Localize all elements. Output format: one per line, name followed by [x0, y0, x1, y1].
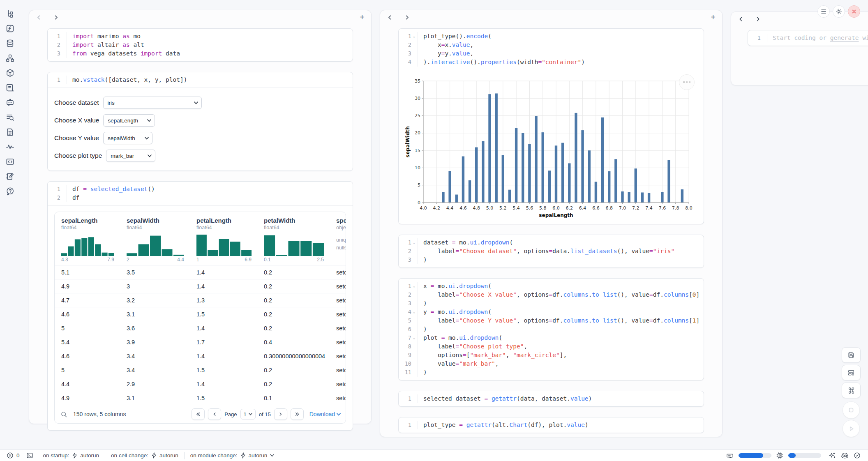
code-editor[interactable]: 1selected_dataset = getattr(data, datase…: [399, 391, 704, 406]
run-button[interactable]: [843, 420, 860, 437]
cell-imports[interactable]: 1import marimo as mo2import altair as al…: [47, 28, 353, 62]
save-button[interactable]: [842, 347, 861, 363]
cell-selected-dataset[interactable]: 1selected_dataset = getattr(data, datase…: [398, 391, 704, 407]
sidebar-item-help[interactable]: [5, 187, 15, 196]
sidebar-item-packages[interactable]: [5, 68, 15, 77]
on-startup-setting[interactable]: on startup: autorun: [37, 452, 105, 459]
fold-chevron-icon[interactable]: ⌄: [411, 282, 417, 290]
fold-chevron-icon[interactable]: ⌄: [411, 308, 417, 316]
fold-chevron-icon[interactable]: ⌄: [411, 334, 417, 342]
on-cell-change-setting[interactable]: on cell change: autorun: [105, 452, 184, 459]
error-indicator[interactable]: 0: [4, 452, 22, 459]
code-editor[interactable]: 1⌄dataset = mo.ui.dropdown(2 label="Choo…: [399, 235, 704, 267]
page-number-select[interactable]: 1: [240, 409, 256, 420]
cell-plot-type[interactable]: 1plot_type = getattr(alt.Chart(df), plot…: [398, 417, 704, 433]
svg-text:30: 30: [415, 96, 420, 101]
dropdown-select-plot-type[interactable]: mark_bar: [106, 150, 155, 162]
cell-xy-plot-dropdowns[interactable]: 1⌄x = mo.ui.dropdown(2 label="Choose X v…: [398, 278, 704, 380]
sidebar-item-notebook[interactable]: [5, 172, 15, 181]
code-editor[interactable]: 1⌄x = mo.ui.dropdown(2 label="Choose X v…: [399, 279, 704, 380]
dropdown-select-dataset[interactable]: iris: [103, 97, 202, 109]
dropdown-value: sepalWidth: [108, 135, 135, 141]
cell-dataframe[interactable]: 1df = selected_dataset()2df sepalLengthf…: [47, 181, 353, 431]
code-text: ): [423, 368, 427, 377]
editor-placeholder[interactable]: Start coding or generate with: [773, 34, 868, 42]
memory-usage-gauge[interactable]: [739, 453, 771, 458]
last-page-button[interactable]: [291, 408, 304, 420]
code-editor[interactable]: 1plot_type = getattr(alt.Chart(df), plot…: [399, 417, 704, 433]
line-number: 1: [48, 76, 60, 84]
histogram-range: 16.9: [196, 257, 252, 263]
cell-chart[interactable]: 1⌄plot_type().encode(2 x=x.value,3 y=y.v…: [398, 28, 704, 224]
on-module-change-setting[interactable]: on module change: autorun: [185, 452, 280, 459]
keyboard-shortcuts-button[interactable]: [842, 383, 861, 398]
column-header-sepalWidth[interactable]: sepalWidthfloat6424.4: [120, 212, 190, 265]
sidebar-item-scratchpad[interactable]: [5, 113, 15, 122]
terminal-button[interactable]: [22, 452, 37, 459]
dropdown-select-y-value[interactable]: sepalWidth: [103, 132, 152, 144]
stop-button[interactable]: [843, 401, 860, 419]
generate-with-ai-link[interactable]: generate: [830, 35, 859, 41]
code-text: df: [72, 194, 79, 202]
column-header-speci[interactable]: speciobjecuniqunulls:: [330, 212, 346, 265]
settings-button[interactable]: [833, 5, 845, 18]
prev-page-button[interactable]: [208, 408, 221, 420]
connection-status-button[interactable]: [854, 452, 861, 459]
next-page-button[interactable]: [274, 408, 287, 420]
cell-empty[interactable]: 1 Start coding or generate with: [748, 30, 868, 46]
first-page-button[interactable]: [192, 408, 205, 420]
column-header-sepalLength[interactable]: sepalLengthfloat644.37.9: [55, 212, 120, 265]
chevron-left-icon[interactable]: [738, 16, 743, 22]
dropdown-select-x-value[interactable]: sepalLength: [103, 114, 155, 127]
column-histogram[interactable]: [61, 234, 114, 256]
code-editor[interactable]: 1mo.vstack([dataset, x, y, plot]): [48, 72, 353, 88]
column-header-petalWidth[interactable]: petalWidthfloat640.12.5: [257, 212, 330, 265]
copilot-button[interactable]: [841, 452, 849, 459]
sidebar-item-chat[interactable]: [5, 98, 15, 107]
fold-chevron-icon[interactable]: ⌄: [411, 238, 417, 247]
chevron-right-icon[interactable]: [755, 16, 761, 22]
code-text: from vega_datasets import data: [72, 49, 180, 58]
sparkles-icon: [829, 452, 836, 459]
table-cell: 1.7: [190, 335, 257, 349]
page-label: Page: [224, 411, 237, 417]
column-histogram[interactable]: [264, 234, 324, 256]
column-histogram[interactable]: [196, 234, 252, 256]
add-cell-icon[interactable]: +: [360, 13, 365, 21]
layout-button[interactable]: [842, 365, 861, 380]
code-editor[interactable]: 1⌄plot_type().encode(2 x=x.value,3 y=y.v…: [399, 29, 704, 70]
cpu-usage-gauge[interactable]: [788, 453, 821, 458]
search-icon[interactable]: [60, 411, 67, 418]
code-editor[interactable]: 1df = selected_dataset()2df: [48, 182, 353, 205]
download-button[interactable]: Download: [309, 411, 341, 417]
fold-chevron-icon[interactable]: ⌄: [411, 32, 417, 41]
chart-actions-button[interactable]: [679, 74, 695, 90]
sidebar-item-logs[interactable]: [5, 83, 15, 92]
table-cell: 0.1: [257, 391, 330, 405]
column-header-petalLength[interactable]: petalLengthfloat6416.9: [190, 212, 257, 265]
notebook-menu-button[interactable]: [817, 5, 830, 18]
chevron-right-icon[interactable]: [404, 14, 410, 20]
sidebar-item-documentation[interactable]: [5, 127, 15, 136]
sidebar-item-snippets[interactable]: [5, 157, 15, 166]
sidebar-item-tracing[interactable]: [5, 142, 15, 151]
sidebar-item-dependency-graph[interactable]: [5, 53, 15, 62]
altair-chart[interactable]: 4.04.24.44.64.85.05.25.45.65.86.06.26.46…: [404, 75, 693, 220]
shutdown-button[interactable]: [848, 5, 860, 18]
ai-assist-button[interactable]: [829, 452, 836, 459]
table-cell: 1.5: [190, 307, 257, 321]
chevron-right-icon[interactable]: [53, 14, 59, 20]
control-row: Choose plot typemark_bar: [54, 150, 346, 162]
svg-text:4.8: 4.8: [473, 205, 480, 211]
sidebar-item-file-explorer[interactable]: [5, 9, 15, 18]
cell-vstack[interactable]: 1mo.vstack([dataset, x, y, plot]) Choose…: [47, 72, 353, 171]
sidebar-item-functions[interactable]: [5, 24, 15, 33]
cell-dataset-dropdown[interactable]: 1⌄dataset = mo.ui.dropdown(2 label="Choo…: [398, 235, 704, 268]
chevron-left-icon[interactable]: [36, 14, 42, 20]
code-editor[interactable]: 1import marimo as mo2import altair as al…: [48, 29, 353, 61]
tracing-icon: [6, 143, 14, 151]
chevron-left-icon[interactable]: [387, 14, 392, 20]
add-cell-icon[interactable]: +: [711, 13, 716, 21]
column-histogram[interactable]: [127, 234, 184, 256]
sidebar-item-datasources[interactable]: [5, 39, 15, 48]
